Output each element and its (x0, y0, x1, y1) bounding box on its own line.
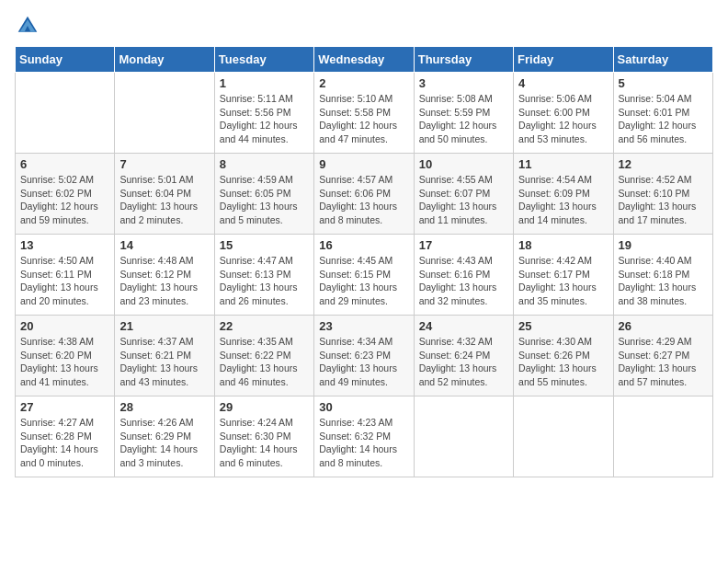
day-number: 8 (220, 157, 309, 171)
cell-detail: Sunrise: 4:24 AM Sunset: 6:30 PM Dayligh… (220, 416, 309, 470)
calendar-cell: 4Sunrise: 5:06 AM Sunset: 6:00 PM Daylig… (514, 73, 613, 154)
logo (15, 15, 39, 37)
calendar-cell: 5Sunrise: 5:04 AM Sunset: 6:01 PM Daylig… (613, 73, 712, 154)
weekday-header-monday: Monday (115, 47, 214, 73)
cell-detail: Sunrise: 4:27 AM Sunset: 6:28 PM Dayligh… (20, 416, 109, 470)
weekday-header-tuesday: Tuesday (214, 47, 313, 73)
calendar-cell: 27Sunrise: 4:27 AM Sunset: 6:28 PM Dayli… (16, 396, 115, 477)
cell-detail: Sunrise: 4:47 AM Sunset: 6:13 PM Dayligh… (220, 254, 309, 308)
cell-detail: Sunrise: 4:35 AM Sunset: 6:22 PM Dayligh… (220, 335, 309, 389)
calendar-cell: 21Sunrise: 4:37 AM Sunset: 6:21 PM Dayli… (115, 316, 214, 396)
logo-icon (17, 15, 39, 37)
calendar-cell: 12Sunrise: 4:52 AM Sunset: 6:10 PM Dayli… (613, 154, 712, 235)
week-row-4: 20Sunrise: 4:38 AM Sunset: 6:20 PM Dayli… (16, 316, 713, 396)
cell-detail: Sunrise: 4:37 AM Sunset: 6:21 PM Dayligh… (119, 335, 209, 389)
day-number: 29 (220, 400, 309, 414)
weekday-header-row: SundayMondayTuesdayWednesdayThursdayFrid… (16, 47, 713, 73)
day-number: 25 (518, 319, 608, 333)
weekday-header-friday: Friday (514, 47, 613, 73)
page-header (15, 15, 713, 37)
calendar-cell: 22Sunrise: 4:35 AM Sunset: 6:22 PM Dayli… (214, 316, 313, 396)
cell-detail: Sunrise: 4:59 AM Sunset: 6:05 PM Dayligh… (220, 173, 309, 227)
day-number: 10 (419, 157, 508, 171)
day-number: 12 (619, 157, 708, 171)
weekday-header-sunday: Sunday (16, 47, 115, 73)
cell-detail: Sunrise: 5:11 AM Sunset: 5:56 PM Dayligh… (220, 92, 309, 146)
day-number: 15 (220, 238, 309, 252)
cell-detail: Sunrise: 5:01 AM Sunset: 6:04 PM Dayligh… (119, 173, 209, 227)
calendar-table: SundayMondayTuesdayWednesdayThursdayFrid… (15, 46, 713, 477)
week-row-5: 27Sunrise: 4:27 AM Sunset: 6:28 PM Dayli… (16, 396, 713, 477)
day-number: 17 (419, 238, 508, 252)
weekday-header-saturday: Saturday (613, 47, 712, 73)
week-row-3: 13Sunrise: 4:50 AM Sunset: 6:11 PM Dayli… (16, 235, 713, 316)
calendar-cell: 2Sunrise: 5:10 AM Sunset: 5:58 PM Daylig… (314, 73, 414, 154)
calendar-cell: 20Sunrise: 4:38 AM Sunset: 6:20 PM Dayli… (16, 316, 115, 396)
cell-detail: Sunrise: 4:26 AM Sunset: 6:29 PM Dayligh… (119, 416, 209, 470)
calendar-cell: 19Sunrise: 4:40 AM Sunset: 6:18 PM Dayli… (613, 235, 712, 316)
calendar-cell (514, 396, 613, 477)
cell-detail: Sunrise: 5:06 AM Sunset: 6:00 PM Dayligh… (518, 92, 608, 146)
day-number: 24 (419, 319, 508, 333)
cell-detail: Sunrise: 4:52 AM Sunset: 6:10 PM Dayligh… (619, 173, 708, 227)
cell-detail: Sunrise: 4:43 AM Sunset: 6:16 PM Dayligh… (419, 254, 508, 308)
day-number: 18 (518, 238, 608, 252)
calendar-cell: 9Sunrise: 4:57 AM Sunset: 6:06 PM Daylig… (314, 154, 414, 235)
calendar-cell: 29Sunrise: 4:24 AM Sunset: 6:30 PM Dayli… (214, 396, 313, 477)
day-number: 20 (20, 319, 109, 333)
day-number: 26 (619, 319, 708, 333)
weekday-header-wednesday: Wednesday (314, 47, 414, 73)
calendar-cell: 23Sunrise: 4:34 AM Sunset: 6:23 PM Dayli… (314, 316, 414, 396)
cell-detail: Sunrise: 4:34 AM Sunset: 6:23 PM Dayligh… (319, 335, 408, 389)
day-number: 27 (20, 400, 109, 414)
cell-detail: Sunrise: 4:32 AM Sunset: 6:24 PM Dayligh… (419, 335, 508, 389)
cell-detail: Sunrise: 4:38 AM Sunset: 6:20 PM Dayligh… (20, 335, 109, 389)
day-number: 23 (319, 319, 408, 333)
cell-detail: Sunrise: 4:23 AM Sunset: 6:32 PM Dayligh… (319, 416, 408, 470)
day-number: 13 (20, 238, 109, 252)
cell-detail: Sunrise: 5:08 AM Sunset: 5:59 PM Dayligh… (419, 92, 508, 146)
calendar-cell: 6Sunrise: 5:02 AM Sunset: 6:02 PM Daylig… (16, 154, 115, 235)
day-number: 9 (319, 157, 408, 171)
calendar-cell: 14Sunrise: 4:48 AM Sunset: 6:12 PM Dayli… (115, 235, 214, 316)
day-number: 28 (119, 400, 209, 414)
cell-detail: Sunrise: 4:48 AM Sunset: 6:12 PM Dayligh… (119, 254, 209, 308)
calendar-cell: 11Sunrise: 4:54 AM Sunset: 6:09 PM Dayli… (514, 154, 613, 235)
cell-detail: Sunrise: 4:29 AM Sunset: 6:27 PM Dayligh… (619, 335, 708, 389)
calendar-cell: 30Sunrise: 4:23 AM Sunset: 6:32 PM Dayli… (314, 396, 414, 477)
cell-detail: Sunrise: 4:54 AM Sunset: 6:09 PM Dayligh… (518, 173, 608, 227)
calendar-cell (414, 396, 513, 477)
week-row-1: 1Sunrise: 5:11 AM Sunset: 5:56 PM Daylig… (16, 73, 713, 154)
day-number: 3 (419, 76, 508, 90)
calendar-cell: 26Sunrise: 4:29 AM Sunset: 6:27 PM Dayli… (613, 316, 712, 396)
cell-detail: Sunrise: 4:57 AM Sunset: 6:06 PM Dayligh… (319, 173, 408, 227)
cell-detail: Sunrise: 4:55 AM Sunset: 6:07 PM Dayligh… (419, 173, 508, 227)
calendar-cell: 24Sunrise: 4:32 AM Sunset: 6:24 PM Dayli… (414, 316, 513, 396)
calendar-cell: 10Sunrise: 4:55 AM Sunset: 6:07 PM Dayli… (414, 154, 513, 235)
day-number: 21 (119, 319, 209, 333)
day-number: 4 (518, 76, 608, 90)
calendar-cell: 28Sunrise: 4:26 AM Sunset: 6:29 PM Dayli… (115, 396, 214, 477)
cell-detail: Sunrise: 4:30 AM Sunset: 6:26 PM Dayligh… (518, 335, 608, 389)
day-number: 11 (518, 157, 608, 171)
calendar-cell: 17Sunrise: 4:43 AM Sunset: 6:16 PM Dayli… (414, 235, 513, 316)
day-number: 14 (119, 238, 209, 252)
day-number: 30 (319, 400, 408, 414)
cell-detail: Sunrise: 5:10 AM Sunset: 5:58 PM Dayligh… (319, 92, 408, 146)
cell-detail: Sunrise: 4:45 AM Sunset: 6:15 PM Dayligh… (319, 254, 408, 308)
cell-detail: Sunrise: 5:02 AM Sunset: 6:02 PM Dayligh… (20, 173, 109, 227)
day-number: 1 (220, 76, 309, 90)
calendar-cell: 3Sunrise: 5:08 AM Sunset: 5:59 PM Daylig… (414, 73, 513, 154)
calendar-cell: 7Sunrise: 5:01 AM Sunset: 6:04 PM Daylig… (115, 154, 214, 235)
calendar-cell: 13Sunrise: 4:50 AM Sunset: 6:11 PM Dayli… (16, 235, 115, 316)
cell-detail: Sunrise: 5:04 AM Sunset: 6:01 PM Dayligh… (619, 92, 708, 146)
day-number: 6 (20, 157, 109, 171)
calendar-cell: 8Sunrise: 4:59 AM Sunset: 6:05 PM Daylig… (214, 154, 313, 235)
calendar-cell: 25Sunrise: 4:30 AM Sunset: 6:26 PM Dayli… (514, 316, 613, 396)
calendar-cell: 1Sunrise: 5:11 AM Sunset: 5:56 PM Daylig… (214, 73, 313, 154)
cell-detail: Sunrise: 4:42 AM Sunset: 6:17 PM Dayligh… (518, 254, 608, 308)
calendar-cell (115, 73, 214, 154)
calendar-cell (16, 73, 115, 154)
day-number: 5 (619, 76, 708, 90)
weekday-header-thursday: Thursday (414, 47, 513, 73)
